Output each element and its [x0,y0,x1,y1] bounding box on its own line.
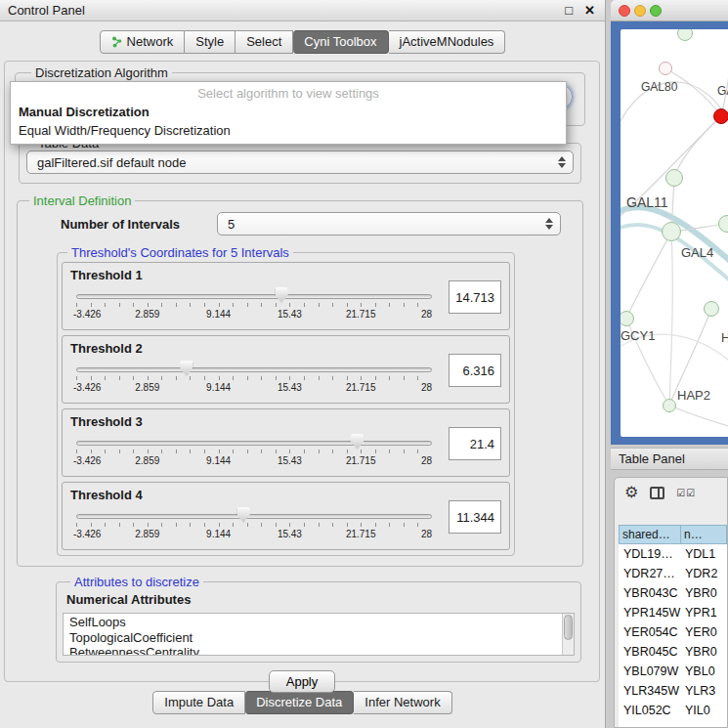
list-item[interactable]: SelfLoops [69,615,560,630]
node-label-gal4: GAL4 [681,245,713,260]
table-panel-titlebar[interactable]: Table Panel [611,448,728,470]
network-node[interactable] [659,62,672,75]
minimize-icon[interactable] [634,5,646,17]
scale-tick-label: 2.859 [135,309,159,320]
table-panel-window: ⚙ ☑☑ shared…n… YDL19…YDL1YDR27…YDR2YBR04… [614,477,728,728]
network-window-titlebar[interactable] [611,0,728,21]
column-header-name[interactable]: n… [681,525,727,544]
table-row[interactable]: YIL052CYIL0 [619,701,727,720]
bottom-tab-impute-data[interactable]: Impute Data [152,691,245,714]
network-node[interactable] [704,301,719,317]
scale-tick-label: 2.859 [135,382,159,393]
screen: Control Panel □ ✕ NetworkStyleSelectCyni… [0,0,728,728]
attributes-group-label: Attributes to discretize [70,575,203,589]
threshold-label: Threshold 4 [70,488,501,502]
algorithm-option-manual-discretization[interactable]: Manual Discretization [11,103,566,121]
close-icon[interactable] [619,5,630,17]
threshold-value-field[interactable]: 21.4 [449,427,501,460]
gear-icon[interactable]: ⚙ [624,485,638,500]
node-label-h: H [721,330,728,345]
threshold-label: Threshold 3 [70,414,501,429]
slider-thumb[interactable] [237,507,250,523]
threshold-value-field[interactable]: 14.713 [449,280,501,314]
threshold-slider[interactable]: -3.4262.8599.14415.4321.71528 [76,286,432,325]
network-node-selected[interactable] [713,108,728,124]
slider-thumb[interactable] [351,434,364,450]
scale-tick-label: 15.43 [278,309,302,320]
list-scrollbar[interactable] [562,614,574,655]
scale-tick-label: 9.144 [206,529,231,539]
cell-shared-name: YBR045C [619,645,681,659]
attribute-items: SelfLoopsTopologicalCoefficientBetweenne… [69,615,560,656]
tab-cyni-toolbox[interactable]: Cyni Toolbox [293,30,388,54]
table-row[interactable]: YBL079WYBL0 [619,662,727,681]
bottom-tab-infer-network[interactable]: Infer Network [354,691,451,714]
thresholds-group-label: Threshold's Coordinates for 5 Intervals [67,245,293,260]
threshold-slider[interactable]: -3.4262.8599.14415.4321.71528 [76,360,432,399]
numerical-attributes-list[interactable]: SelfLoopsTopologicalCoefficientBetweenne… [63,613,575,656]
window-controls: □ ✕ [565,3,595,18]
control-panel-titlebar[interactable]: Control Panel □ ✕ [0,0,605,21]
table-data-select[interactable]: galFiltered.sif default node [26,150,574,174]
algorithm-options: Manual DiscretizationEqual Width/Frequen… [11,103,566,140]
network-node[interactable] [663,399,676,412]
scale-tick-label: -3.426 [73,529,101,539]
scale-tick-label: -3.426 [73,455,101,466]
slider-thumb[interactable] [180,361,193,376]
tab-label: jActiveMNodules [400,34,494,49]
threshold-value-field[interactable]: 11.344 [449,500,501,534]
algorithm-option-equal-width-frequency-discretization[interactable]: Equal Width/Frequency Discretization [11,121,566,140]
select-columns-icon[interactable]: ☑☑ [676,488,696,498]
attributes-group: Attributes to discretize Numerical Attri… [56,575,581,663]
cell-shared-name: YDL19… [619,547,681,561]
scale-tick-label: 21.715 [346,382,376,393]
network-node[interactable] [665,169,683,187]
table-body: YDL19…YDL1YDR27…YDR2YBR043CYBR0YPR145WYP… [619,544,727,720]
slider-thumb[interactable] [276,287,288,303]
tab-label: Discretize Data [256,695,342,709]
node-label-gcy1: GCY1 [621,328,655,343]
tab-network[interactable]: Network [100,30,186,54]
cell-shared-name: YDR27… [619,567,681,580]
cell-name: YLR3 [681,684,727,698]
list-item[interactable]: BetweennessCentrality [69,645,560,656]
slider-scale: -3.4262.8599.14415.4321.71528 [76,309,432,320]
table-row[interactable]: YDL19…YDL1 [619,544,727,564]
network-node[interactable] [662,222,681,241]
scale-tick-label: 28 [421,309,432,320]
list-item[interactable]: TopologicalCoefficient [69,630,560,646]
scale-tick-label: 15.43 [278,529,302,539]
cell-name: YDR2 [681,567,727,580]
table-row[interactable]: YPR145WYPR1 [619,603,727,622]
threshold-value-field[interactable]: 6.316 [449,354,501,387]
tab-select[interactable]: Select [236,30,293,54]
columns-icon[interactable] [650,487,664,499]
cell-name: YIL0 [681,704,727,717]
scale-tick-label: 15.43 [278,455,302,466]
zoom-icon[interactable] [650,5,662,17]
float-window-icon[interactable]: □ [565,3,573,18]
table-row[interactable]: YLR345WYLR3 [619,681,727,701]
apply-button[interactable]: Apply [269,670,335,693]
network-canvas[interactable]: GAL80GAGAL11GAL4GCY1HHAP2 [621,29,728,437]
slider-ticks [76,303,432,307]
table-row[interactable]: YBR045CYBR0 [619,642,727,662]
table-panel-title: Table Panel [619,451,685,466]
algorithm-placeholder-option[interactable]: Select algorithm to view settings [11,82,566,103]
column-header-shared-name[interactable]: shared… [619,525,681,544]
close-window-icon[interactable]: ✕ [584,3,595,18]
threshold-slider[interactable]: -3.4262.8599.14415.4321.71528 [76,433,432,472]
number-of-intervals-select[interactable]: 5 [217,212,561,236]
table-row[interactable]: YDR27…YDR2 [619,564,727,583]
algorithm-dropdown-popup: Select algorithm to view settings Manual… [10,81,567,145]
cell-name: YBR0 [681,586,727,600]
scale-tick-label: 15.43 [278,382,302,393]
bottom-tab-discretize-data[interactable]: Discretize Data [245,691,354,714]
table-row[interactable]: YER054CYER0 [619,622,727,642]
tab-jactivemnodules[interactable]: jActiveMNodules [389,30,506,54]
threshold-slider[interactable]: -3.4262.8599.14415.4321.71528 [76,506,432,545]
table-row[interactable]: YBR043CYBR0 [619,583,727,603]
tab-style[interactable]: Style [185,30,236,54]
scrollbar-thumb[interactable] [564,615,573,640]
threshold-label: Threshold 1 [70,268,501,282]
